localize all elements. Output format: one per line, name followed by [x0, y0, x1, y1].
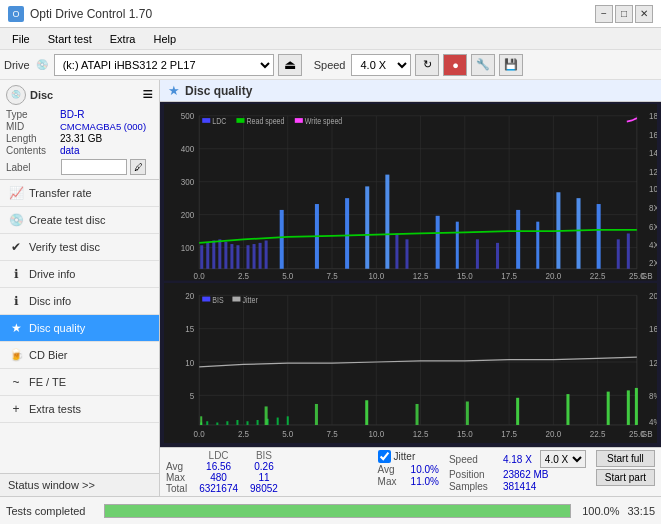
charts-container: 500 400 300 200 100 18X 16X 14X 12X 10X …: [160, 102, 661, 447]
chart2-wrapper: 20 15 10 5 20% 16% 12% 8% 4% 0.0 2.5 5.0…: [164, 283, 657, 443]
disc-mid-row: MID CMCMAGBA5 (000): [6, 121, 153, 132]
status-window-label: Status window >>: [8, 479, 95, 491]
svg-rect-75: [577, 198, 581, 269]
chart1: 500 400 300 200 100 18X 16X 14X 12X 10X …: [164, 104, 657, 281]
maximize-button[interactable]: □: [615, 5, 633, 23]
save-button[interactable]: 💾: [499, 54, 523, 76]
speed-position-section: Speed 4.18 X 4.0 X Position 23862 MB Sam…: [449, 450, 586, 492]
title-controls: − □ ✕: [595, 5, 653, 23]
svg-rect-66: [395, 233, 398, 268]
start-full-button[interactable]: Start full: [596, 450, 655, 467]
disc-label-input[interactable]: [61, 159, 127, 175]
svg-text:400: 400: [181, 144, 195, 155]
svg-rect-48: [295, 118, 303, 123]
svg-rect-73: [536, 222, 539, 269]
stats-total-row: Total 6321674 98052: [166, 483, 284, 494]
menu-help[interactable]: Help: [145, 31, 184, 47]
svg-rect-139: [607, 391, 610, 424]
svg-text:0.0: 0.0: [194, 428, 205, 439]
sidebar-item-extra-tests[interactable]: + Extra tests: [0, 396, 159, 423]
sidebar-item-disc-quality[interactable]: ★ Disc quality: [0, 315, 159, 342]
sidebar-item-drive-info[interactable]: ℹ Drive info: [0, 261, 159, 288]
verify-test-disc-icon: ✔: [8, 239, 24, 255]
svg-rect-140: [627, 390, 630, 425]
svg-rect-72: [516, 210, 520, 269]
title-bar: O Opti Drive Control 1.70 − □ ✕: [0, 0, 661, 28]
svg-text:20.0: 20.0: [546, 271, 562, 281]
svg-text:7.5: 7.5: [326, 428, 337, 439]
svg-text:18X: 18X: [649, 111, 657, 122]
panel-header: ★ Disc quality: [160, 80, 661, 102]
svg-text:10.0: 10.0: [368, 271, 384, 281]
disc-expand-icon[interactable]: ≡: [142, 84, 153, 105]
svg-text:500: 500: [181, 111, 195, 122]
disc-label-btn[interactable]: 🖊: [130, 159, 146, 175]
stats-table: LDC BIS Avg 16.56 0.26 Max 480: [166, 450, 368, 494]
svg-rect-57: [247, 245, 250, 269]
drive-select[interactable]: (k:) ATAPI iHBS312 2 PL17: [54, 54, 274, 76]
disc-length-val: 23.31 GB: [60, 133, 102, 144]
svg-rect-51: [206, 243, 209, 269]
svg-text:20: 20: [185, 290, 194, 301]
menu-bar: File Start test Extra Help: [0, 28, 661, 50]
samples-row: Samples 381414: [449, 481, 586, 492]
svg-text:BIS: BIS: [212, 295, 223, 305]
svg-text:20.0: 20.0: [546, 428, 562, 439]
svg-rect-55: [230, 244, 233, 269]
position-row: Position 23862 MB: [449, 469, 586, 480]
svg-rect-79: [164, 283, 657, 443]
close-button[interactable]: ✕: [635, 5, 653, 23]
svg-text:22.5: 22.5: [590, 271, 606, 281]
speed-select[interactable]: 4.0 X 1.0 X 2.0 X 8.0 X: [351, 54, 411, 76]
status-text: Tests completed: [6, 505, 96, 517]
speed-val: 4.18 X: [503, 454, 532, 465]
disc-contents-val[interactable]: data: [60, 145, 79, 156]
sidebar-item-transfer-rate[interactable]: 📈 Transfer rate: [0, 180, 159, 207]
sidebar-item-disc-info[interactable]: ℹ Disc info: [0, 288, 159, 315]
refresh-button[interactable]: ↻: [415, 54, 439, 76]
disc-type-val: BD-R: [60, 109, 84, 120]
create-test-disc-label: Create test disc: [29, 214, 105, 226]
stats-avg-label: Avg: [166, 461, 193, 472]
svg-rect-56: [236, 245, 239, 269]
sidebar-item-verify-test-disc[interactable]: ✔ Verify test disc: [0, 234, 159, 261]
speed-select-stats[interactable]: 4.0 X: [540, 450, 586, 468]
stats-avg-bis: 0.26: [244, 461, 284, 472]
svg-rect-64: [365, 186, 369, 268]
time-label: 33:15: [627, 505, 655, 517]
position-key: Position: [449, 469, 499, 480]
sidebar-item-fe-te[interactable]: ~ FE / TE: [0, 369, 159, 396]
svg-text:15: 15: [185, 323, 194, 334]
panel-title: Disc quality: [185, 84, 252, 98]
chart2: 20 15 10 5 20% 16% 12% 8% 4% 0.0 2.5 5.0…: [164, 283, 657, 443]
create-test-disc-icon: 💿: [8, 212, 24, 228]
jitter-checkbox[interactable]: [378, 450, 391, 463]
svg-rect-137: [516, 397, 519, 424]
tools-button[interactable]: 🔧: [471, 54, 495, 76]
sidebar-item-create-test-disc[interactable]: 💿 Create test disc: [0, 207, 159, 234]
svg-rect-67: [405, 239, 408, 268]
svg-text:300: 300: [181, 177, 195, 188]
svg-rect-60: [265, 241, 268, 269]
sidebar-item-cd-bier[interactable]: 🍺 CD Bier: [0, 342, 159, 369]
svg-text:5.0: 5.0: [282, 428, 293, 439]
stats-total-label: Total: [166, 483, 193, 494]
chart1-wrapper: 500 400 300 200 100 18X 16X 14X 12X 10X …: [164, 104, 657, 281]
svg-rect-70: [476, 239, 479, 268]
eject-button[interactable]: ⏏: [278, 54, 302, 76]
svg-rect-54: [224, 242, 227, 269]
svg-rect-136: [466, 401, 469, 424]
svg-rect-58: [253, 244, 256, 269]
minimize-button[interactable]: −: [595, 5, 613, 23]
start-part-button[interactable]: Start part: [596, 469, 655, 486]
menu-file[interactable]: File: [4, 31, 38, 47]
status-window-button[interactable]: Status window >>: [0, 474, 159, 496]
settings-button[interactable]: ●: [443, 54, 467, 76]
stats-avg-ldc: 16.56: [193, 461, 244, 472]
svg-rect-124: [226, 421, 228, 425]
stats-max-ldc: 480: [193, 472, 244, 483]
menu-extra[interactable]: Extra: [102, 31, 144, 47]
drive-info-icon: ℹ: [8, 266, 24, 282]
menu-start-test[interactable]: Start test: [40, 31, 100, 47]
svg-rect-69: [456, 222, 459, 269]
